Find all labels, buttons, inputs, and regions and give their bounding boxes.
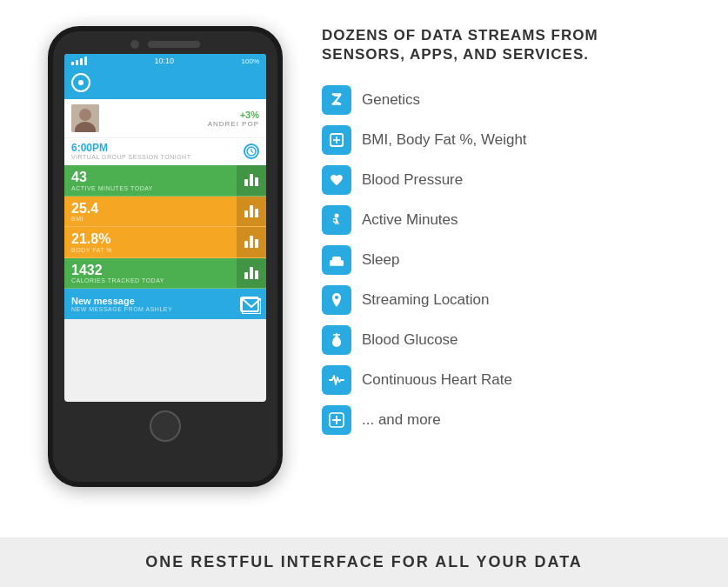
profile-name-area: +3% ANDREI POP bbox=[99, 110, 259, 128]
avatar bbox=[71, 104, 99, 132]
session-label: VIRTUAL GROUP SESSION TONIGHT bbox=[71, 154, 190, 160]
message-title: New message bbox=[71, 296, 172, 306]
feature-item-more: ... and more bbox=[322, 402, 711, 438]
status-bar: 10:10 100% bbox=[64, 54, 266, 68]
profile-score: +3% bbox=[240, 110, 259, 120]
bottom-banner-text: ONE RESTFUL INTERFACE FOR ALL YOUR DATA bbox=[145, 553, 583, 571]
blood-pressure-label: Blood Pressure bbox=[362, 171, 463, 189]
active-minutes-icon bbox=[322, 205, 351, 235]
glucose-icon bbox=[322, 325, 351, 355]
feature-item-blood-pressure: Blood Pressure bbox=[322, 162, 711, 198]
location-label: Streaming Location bbox=[362, 291, 489, 309]
metric-chart-calories[interactable] bbox=[237, 258, 266, 289]
profile-row: +3% ANDREI POP bbox=[64, 99, 266, 137]
bmi-label: BMI, Body Fat %, Weight bbox=[362, 131, 527, 149]
bar-chart-icon-4 bbox=[244, 267, 258, 279]
feature-item-sleep: Sleep bbox=[322, 242, 711, 278]
bar-chart-icon-2 bbox=[244, 205, 258, 217]
heart-rate-icon bbox=[322, 365, 351, 395]
more-label: ... and more bbox=[362, 411, 441, 429]
svg-point-12 bbox=[335, 214, 339, 218]
more-icon bbox=[322, 405, 351, 435]
location-icon bbox=[322, 285, 351, 315]
blood-pressure-icon bbox=[322, 165, 351, 195]
feature-list: Genetics BMI, Body Fat %, Weight bbox=[322, 82, 711, 438]
metric-value-bmi: 25.4 bbox=[71, 201, 230, 217]
message-info: New message NEW MESSAGE FROM ASHLEY bbox=[71, 296, 172, 312]
metric-chart-bodyfat[interactable] bbox=[237, 227, 266, 257]
bar-chart-icon bbox=[244, 174, 258, 186]
battery-indicator: 100% bbox=[242, 57, 259, 65]
feature-item-heart-rate: Continuous Heart Rate bbox=[322, 362, 711, 398]
metric-content-bmi: 25.4 BMI bbox=[64, 197, 237, 227]
status-time: 10:10 bbox=[155, 57, 175, 65]
feature-item-location: Streaming Location bbox=[322, 282, 711, 318]
metric-value-bodyfat: 21.8% bbox=[71, 231, 230, 247]
right-content: DOZENS OF DATA STREAMS FROM SENSORS, APP… bbox=[304, 26, 711, 438]
genetics-label: Genetics bbox=[362, 91, 420, 109]
header-circle-dot bbox=[78, 80, 83, 85]
feature-item-active-minutes: Active Minutes bbox=[322, 202, 711, 238]
metric-label-active: ACTIVE MINUTES TODAY bbox=[71, 185, 230, 191]
metric-row-bodyfat: 21.8% BODY FAT % bbox=[64, 227, 266, 258]
phone-top-bar bbox=[53, 40, 277, 49]
sleep-label: Sleep bbox=[362, 251, 399, 269]
metric-chart-bmi[interactable] bbox=[237, 197, 266, 227]
bottom-banner: ONE RESTFUL INTERFACE FOR ALL YOUR DATA bbox=[0, 537, 728, 587]
session-row: 6:00PM VIRTUAL GROUP SESSION TONIGHT bbox=[64, 137, 266, 165]
genetics-icon bbox=[322, 85, 351, 115]
phone-container: 10:10 100% bbox=[26, 26, 304, 487]
bmi-icon bbox=[322, 125, 351, 155]
glucose-label: Blood Glucose bbox=[362, 331, 458, 349]
profile-name: ANDREI POP bbox=[208, 120, 259, 128]
phone: 10:10 100% bbox=[48, 26, 283, 487]
metric-chart-active[interactable] bbox=[237, 165, 266, 196]
signal-icon bbox=[71, 57, 87, 65]
sleep-icon bbox=[322, 245, 351, 275]
message-sub: NEW MESSAGE FROM ASHLEY bbox=[71, 306, 172, 312]
message-envelope-icon bbox=[240, 297, 259, 312]
phone-home-button[interactable] bbox=[150, 410, 181, 442]
phone-camera bbox=[130, 40, 139, 49]
main-content: 10:10 100% bbox=[0, 0, 728, 537]
session-time: 6:00PM bbox=[71, 142, 190, 154]
metric-row-active: 43 ACTIVE MINUTES TODAY bbox=[64, 165, 266, 197]
phone-screen: 10:10 100% bbox=[64, 54, 266, 402]
svg-rect-14 bbox=[332, 257, 341, 261]
metric-label-calories: CALORIES TRACKED TODAY bbox=[71, 277, 230, 283]
feature-item-bmi: BMI, Body Fat %, Weight bbox=[322, 122, 711, 158]
session-info: 6:00PM VIRTUAL GROUP SESSION TONIGHT bbox=[71, 142, 190, 160]
metric-label-bmi: BMI bbox=[71, 216, 230, 222]
metric-content-active: 43 ACTIVE MINUTES TODAY bbox=[64, 165, 237, 196]
feature-item-glucose: Blood Glucose bbox=[322, 322, 711, 358]
metric-content-calories: 1432 CALORIES TRACKED TODAY bbox=[64, 258, 237, 289]
heart-rate-label: Continuous Heart Rate bbox=[362, 371, 512, 389]
header-circle-icon bbox=[71, 73, 90, 92]
bar-chart-icon-3 bbox=[244, 236, 258, 248]
svg-line-5 bbox=[251, 151, 253, 153]
app-header bbox=[64, 68, 266, 99]
headline: DOZENS OF DATA STREAMS FROM SENSORS, APP… bbox=[322, 26, 711, 64]
metric-value-calories: 1432 bbox=[71, 263, 230, 278]
active-minutes-label: Active Minutes bbox=[362, 211, 458, 229]
metric-value-active: 43 bbox=[71, 170, 230, 185]
clock-icon bbox=[244, 143, 259, 159]
phone-speaker bbox=[148, 41, 200, 48]
feature-item-genetics: Genetics bbox=[322, 82, 711, 118]
metric-content-bodyfat: 21.8% BODY FAT % bbox=[64, 227, 237, 257]
svg-point-1 bbox=[79, 109, 91, 121]
metric-row-calories: 1432 CALORIES TRACKED TODAY bbox=[64, 258, 266, 290]
svg-point-16 bbox=[335, 296, 338, 299]
message-row[interactable]: New message NEW MESSAGE FROM ASHLEY bbox=[64, 289, 266, 319]
metric-row-bmi: 25.4 BMI bbox=[64, 197, 266, 228]
metric-label-bodyfat: BODY FAT % bbox=[71, 247, 230, 253]
